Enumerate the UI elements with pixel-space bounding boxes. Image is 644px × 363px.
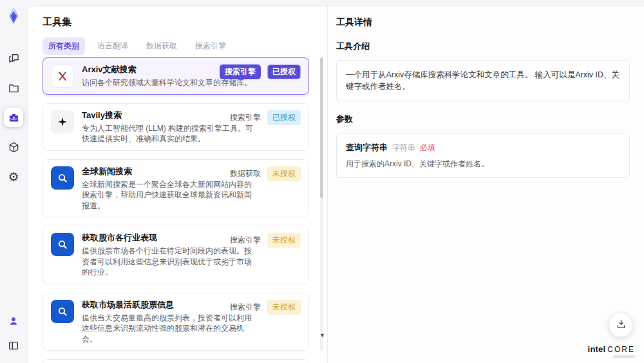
param-type: 字符串 bbox=[392, 142, 415, 153]
sidebar-item-account[interactable] bbox=[4, 311, 23, 331]
sidebar-item-chat[interactable] bbox=[4, 48, 23, 68]
sidebar-nav: ⚙ bbox=[4, 48, 23, 186]
sidebar-item-toolset[interactable] bbox=[4, 108, 23, 127]
tool-title: 获取股市各行业表现 bbox=[82, 232, 254, 244]
scrollbar-thumb[interactable] bbox=[320, 57, 323, 198]
details-title: 工具详情 bbox=[336, 17, 630, 28]
sidebar-item-packages[interactable] bbox=[4, 137, 23, 157]
tool-card[interactable]: 万维地区新闻查询 查询具体行政区划内的新闻，快速了解各地新闻动态。 搜索引擎 未… bbox=[43, 359, 309, 363]
user-icon bbox=[7, 315, 20, 328]
category-tabs: 所有类别语言翻译数据获取搜索引擎 bbox=[43, 37, 232, 55]
tool-category-badge: 搜索引擎 bbox=[230, 235, 261, 246]
tool-title: Tavily搜索 bbox=[82, 110, 254, 121]
search-app-icon bbox=[51, 166, 74, 190]
folder-icon bbox=[7, 81, 21, 95]
intel-logo-accent bbox=[613, 355, 635, 358]
param-description: 用于搜索的Arxiv ID、关键字或作者姓名。 bbox=[346, 159, 620, 169]
app-logo-gem-icon bbox=[4, 6, 23, 25]
params-heading: 参数 bbox=[336, 113, 630, 125]
tool-card[interactable]: Tavily搜索 专为人工智能代理 (LLM) 构建的搜索引擎工具。可快速提供实… bbox=[43, 103, 309, 151]
param-box: 查询字符串 字符串 必填 用于搜索的Arxiv ID、关键字或作者姓名。 bbox=[336, 133, 630, 178]
tool-category-badge: 搜索引擎 bbox=[230, 112, 261, 123]
tool-card[interactable]: 全球新闻搜索 全球新闻搜索是一个聚合全球各大新闻网站内容的搜索引擎，帮助用户快速… bbox=[43, 159, 309, 218]
chat-icon bbox=[7, 52, 21, 65]
scroll-down-icon[interactable]: ▼ bbox=[319, 332, 325, 338]
tavily-star-icon bbox=[51, 110, 74, 133]
sidebar-item-collapse[interactable] bbox=[4, 336, 23, 355]
tool-description: 全球新闻搜索是一个聚合全球各大新闻网站内容的搜索引擎，帮助用户快速获取全球最新资… bbox=[82, 179, 254, 211]
category-tab-1[interactable]: 语言翻译 bbox=[91, 37, 134, 55]
category-tab-3[interactable]: 搜索引擎 bbox=[189, 37, 232, 55]
category-tab-2[interactable]: 数据获取 bbox=[140, 37, 183, 55]
panel-layout-icon bbox=[7, 339, 20, 352]
param-name: 查询字符串 bbox=[346, 142, 388, 153]
search-app-icon bbox=[51, 300, 74, 323]
search-app-icon bbox=[51, 233, 74, 256]
tool-status-badge: 未授权 bbox=[267, 233, 301, 248]
gear-icon: ⚙ bbox=[8, 171, 19, 183]
toolset-pane: 工具集 所有类别语言翻译数据获取搜索引擎 Arxiv文献搜索 访问各个研究领域大… bbox=[28, 6, 327, 363]
param-required-badge: 必填 bbox=[420, 142, 435, 153]
sidebar-item-settings[interactable]: ⚙ bbox=[4, 167, 23, 186]
intro-text: 一个用于从Arxiv存储库搜索科学论文和文章的工具。 输入可以是Arxiv ID… bbox=[346, 69, 620, 92]
tool-details-pane: 工具详情 工具介绍 一个用于从Arxiv存储库搜索科学论文和文章的工具。 输入可… bbox=[328, 6, 644, 363]
tool-title: 获取市场最活跃股票信息 bbox=[82, 299, 254, 311]
sidebar-bottom bbox=[4, 311, 23, 355]
tool-status-badge: 未授权 bbox=[267, 166, 301, 181]
tool-status-badge: 未授权 bbox=[267, 300, 301, 315]
app-sidebar: ⚙ bbox=[0, 0, 27, 363]
tool-title: 全球新闻搜索 bbox=[82, 166, 254, 177]
download-button[interactable] bbox=[609, 313, 633, 337]
arxiv-logo-icon bbox=[51, 64, 74, 88]
core-wordmark: CORE bbox=[607, 345, 635, 354]
main-panel: 工具集 所有类别语言翻译数据获取搜索引擎 Arxiv文献搜索 访问各个研究领域大… bbox=[27, 5, 644, 363]
tool-description: 提供当天交易量最高的股票列表，投资者可以利用这些信息来识别流动性强的股票和潜在的… bbox=[82, 313, 254, 345]
tool-status-badge: 已授权 bbox=[267, 110, 301, 125]
tool-card[interactable]: Arxiv文献搜索 访问各个研究领域大量科学论文和文章的存储库。 搜索引擎 已授… bbox=[43, 57, 309, 95]
tool-category-badge: 搜索引擎 bbox=[220, 64, 261, 79]
download-icon bbox=[615, 318, 627, 333]
sidebar-item-files[interactable] bbox=[4, 78, 23, 97]
intro-box: 一个用于从Arxiv存储库搜索科学论文和文章的工具。 输入可以是Arxiv ID… bbox=[336, 60, 630, 101]
category-tab-0[interactable]: 所有类别 bbox=[43, 37, 85, 55]
tool-category-badge: 数据获取 bbox=[230, 168, 261, 179]
toolbox-icon bbox=[7, 111, 21, 124]
page-title: 工具集 bbox=[43, 16, 71, 28]
tool-status-badge: 已授权 bbox=[267, 64, 301, 79]
cube-icon bbox=[7, 141, 21, 154]
tool-card[interactable]: 获取市场最活跃股票信息 提供当天交易量最高的股票列表，投资者可以利用这些信息来识… bbox=[43, 293, 309, 351]
param-header: 查询字符串 字符串 必填 bbox=[346, 142, 620, 153]
intel-wordmark: intel bbox=[588, 344, 606, 354]
intel-core-logo: intel CORE bbox=[588, 344, 635, 354]
tool-list: Arxiv文献搜索 访问各个研究领域大量科学论文和文章的存储库。 搜索引擎 已授… bbox=[43, 57, 309, 363]
intro-heading: 工具介绍 bbox=[336, 41, 630, 52]
tool-card[interactable]: 获取股市各行业表现 提供股票市场各个行业在特定时间段内的表现。投资者可以利用这些… bbox=[43, 226, 309, 284]
tool-description: 专为人工智能代理 (LLM) 构建的搜索引擎工具。可快速提供实时、准确和真实的结… bbox=[82, 123, 254, 144]
tool-description: 提供股票市场各个行业在特定时间段内的表现。投资者可以利用这些信息来识别表现优于或… bbox=[82, 246, 254, 278]
tool-category-badge: 搜索引擎 bbox=[230, 302, 261, 313]
